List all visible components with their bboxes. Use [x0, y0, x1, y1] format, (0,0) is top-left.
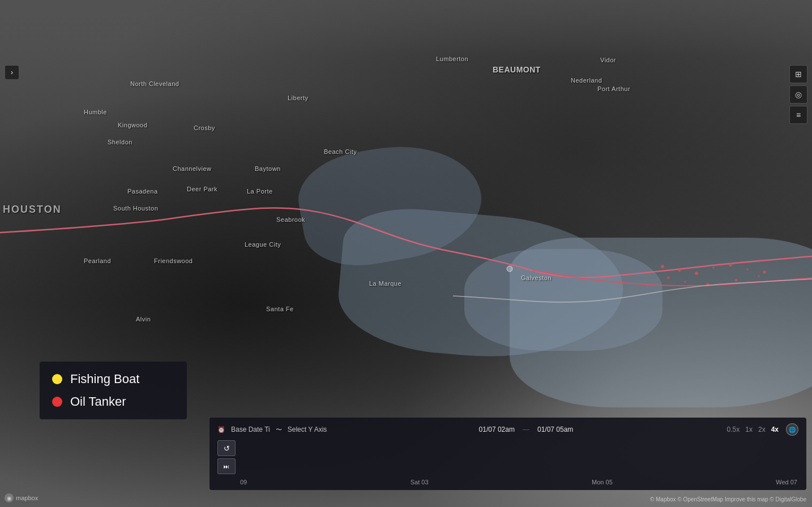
reset-icon: ↺ [224, 444, 230, 453]
label-sat03: Sat 03 [411, 479, 429, 485]
base-date-label: Base Date Ti [231, 426, 270, 433]
grid-view-button[interactable]: ⊞ [789, 65, 807, 83]
chart-area[interactable] [239, 442, 798, 476]
oil-tanker-label: Oil Tanker [70, 394, 126, 409]
speed-controls: 0.5x 1x 2x 4x 🌐 [725, 423, 798, 436]
attribution-text: © Mapbox © OpenStreetMap Improve this ma… [650, 496, 806, 502]
date-range-end: 01/07 05am [537, 426, 573, 433]
date-range-sep: — [523, 426, 529, 433]
skip-button[interactable]: ⏭ [217, 458, 236, 474]
globe-button[interactable]: 🌐 [786, 423, 798, 436]
legend-item-fishing-boat: Fishing Boat [52, 372, 174, 386]
compass-icon: ◎ [795, 90, 802, 99]
select-y-axis-button[interactable]: Select Y Axis [288, 426, 327, 433]
chart-wrapper: 09 Sat 03 Mon 05 Wed 07 [239, 442, 798, 485]
playback-buttons: ↺ ⏭ [217, 440, 236, 485]
skip-icon: ⏭ [224, 463, 229, 470]
sidebar-toggle-button[interactable]: › [5, 65, 19, 80]
fishing-boat-dot [52, 374, 62, 384]
mapbox-logo: ◉ mapbox [5, 493, 38, 502]
timeline-header: ⏰ Base Date Ti 〜 Select Y Axis 01/07 02a… [217, 423, 798, 436]
map-container: HOUSTON BEAUMONT North Cleveland Humble … [0, 0, 812, 507]
chevron-right-icon: › [11, 68, 13, 76]
speed-0-5x-button[interactable]: 0.5x [725, 425, 742, 434]
speed-1x-button[interactable]: 1x [743, 425, 754, 434]
playback-row: ↺ ⏭ 09 Sat 03 Mon 05 Wed 07 [217, 440, 798, 485]
timeline-panel: ⏰ Base Date Ti 〜 Select Y Axis 01/07 02a… [210, 418, 806, 490]
layers-button[interactable]: ≡ [789, 106, 807, 124]
speed-4x-button[interactable]: 4x [770, 425, 780, 434]
right-panel: ⊞ ◎ ≡ [789, 65, 807, 124]
legend-panel: Fishing Boat Oil Tanker [40, 362, 187, 419]
layers-icon: ≡ [796, 110, 801, 119]
legend-item-oil-tanker: Oil Tanker [52, 394, 174, 409]
globe-icon: 🌐 [789, 427, 796, 433]
timeline-labels: 09 Sat 03 Mon 05 Wed 07 [239, 479, 798, 485]
grid-icon: ⊞ [795, 70, 802, 79]
mapbox-text: mapbox [16, 495, 38, 501]
clock-icon: ⏰ [217, 426, 225, 433]
oil-tanker-dot [52, 397, 62, 407]
label-09: 09 [240, 479, 247, 485]
date-range-start: 01/07 02am [479, 426, 515, 433]
speed-2x-button[interactable]: 2x [757, 425, 767, 434]
reset-button[interactable]: ↺ [217, 440, 236, 456]
compass-button[interactable]: ◎ [789, 85, 807, 104]
mapbox-icon: ◉ [5, 493, 14, 502]
wave-icon: 〜 [276, 426, 282, 434]
label-mon05: Mon 05 [592, 479, 613, 485]
label-wed07: Wed 07 [776, 479, 797, 485]
fishing-boat-label: Fishing Boat [70, 372, 139, 386]
